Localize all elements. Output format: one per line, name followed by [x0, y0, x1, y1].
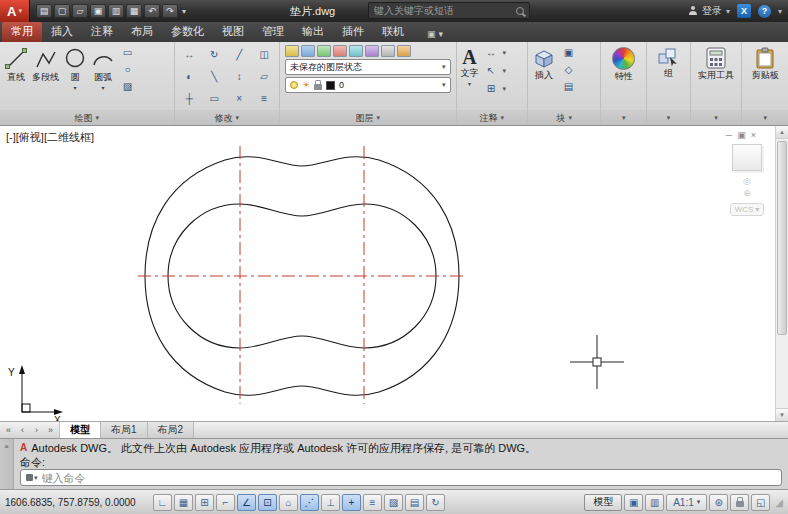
block-attributes-tool[interactable]: ▤ [559, 78, 578, 94]
save-icon[interactable]: ▣ [90, 4, 106, 18]
search-input[interactable] [374, 5, 511, 16]
workspace-switch-icon[interactable]: ⊛ [709, 494, 728, 511]
utilities-tool[interactable]: 实用工具 [697, 44, 735, 80]
qat-dropdown-icon[interactable]: ▾ [182, 7, 186, 16]
arc-tool[interactable]: 圆弧 ▾ [90, 44, 116, 91]
signin-button[interactable]: 登录 ▾ [689, 4, 730, 18]
fillet-tool[interactable]: ╲ [205, 68, 224, 84]
layer-color-swatch[interactable] [326, 81, 335, 90]
tab-parametric[interactable]: 参数化 [162, 22, 213, 42]
panel-properties-footer[interactable]: ▾ [601, 110, 646, 125]
navbar-wheel-icon[interactable]: ◎ [743, 176, 751, 186]
layer-on-icon[interactable] [290, 81, 298, 89]
dynamic-input-toggle[interactable]: + [342, 494, 361, 511]
help-search-box[interactable] [368, 2, 530, 19]
scroll-up-icon[interactable]: ▲ [776, 126, 788, 139]
transparency-toggle[interactable]: ▨ [384, 494, 403, 511]
3d-object-snap-toggle[interactable]: ⌂ [279, 494, 298, 511]
navbar-pan-icon[interactable]: ⊕ [743, 188, 751, 198]
insert-block-tool[interactable]: 插入 [531, 44, 557, 80]
tab-plugins[interactable]: 插件 [333, 22, 373, 42]
tab-layout1[interactable]: 布局1 [101, 422, 148, 438]
selection-cycling-toggle[interactable]: ↻ [426, 494, 445, 511]
panel-annotation-footer[interactable]: 注释 ▾ [457, 110, 527, 125]
last-tab-icon[interactable]: » [44, 425, 57, 435]
viewcube[interactable] [732, 144, 762, 171]
model-space-button[interactable]: 模型 [584, 494, 622, 511]
layer-tool-icon[interactable] [365, 45, 379, 57]
help-icon[interactable]: ? [758, 5, 771, 18]
rectangle-tool[interactable]: ▭ [118, 44, 137, 60]
tab-home[interactable]: 常用 [2, 22, 42, 42]
rotate-tool[interactable]: ↻ [205, 46, 224, 62]
object-snap-toggle[interactable]: ⊡ [258, 494, 277, 511]
recent-commands-icon[interactable]: ▾ [26, 474, 38, 482]
toolbar-lock-button[interactable] [730, 494, 749, 511]
vertical-scrollbar[interactable]: ▲ ▼ [775, 126, 788, 421]
leader-tool[interactable]: ↖ ▾ [482, 62, 507, 79]
copy-tool[interactable]: ◫ [255, 46, 274, 62]
close-icon[interactable]: × [4, 442, 9, 489]
line-tool[interactable]: 直线 [3, 44, 29, 82]
quick-view-drawings-icon[interactable]: ▥ [645, 494, 664, 511]
panel-utilities-footer[interactable]: ▾ [691, 110, 742, 125]
dynamic-ucs-toggle[interactable]: ⊥ [321, 494, 340, 511]
wcs-selector[interactable]: WCS ▾ [730, 203, 765, 216]
snap-mode-toggle[interactable]: ▦ [174, 494, 193, 511]
quick-properties-toggle[interactable]: ▤ [405, 494, 424, 511]
drawing-viewport[interactable]: Y X [0, 126, 788, 421]
scale-tool[interactable]: ▱ [255, 68, 274, 84]
layer-lock-icon[interactable] [314, 84, 322, 90]
annotation-scale-button[interactable]: A1:1 ▾ [666, 494, 707, 511]
object-snap-tracking-toggle[interactable]: ⋰ [300, 494, 319, 511]
text-tool[interactable]: A 文字 ▾ [460, 44, 480, 87]
scrollbar-thumb[interactable] [777, 141, 787, 335]
redo-icon[interactable]: ↷ [162, 4, 178, 18]
prev-tab-icon[interactable]: ‹ [16, 425, 29, 435]
app-menu-button[interactable]: A ▾ [0, 0, 30, 22]
exchange-apps-icon[interactable]: X [737, 4, 751, 18]
tab-layout2[interactable]: 布局2 [148, 422, 195, 438]
create-block-tool[interactable]: ▣ [559, 44, 578, 60]
edit-block-tool[interactable]: ◇ [559, 61, 578, 77]
polyline-tool[interactable]: 多段线 [31, 44, 60, 82]
tab-online[interactable]: 联机 [373, 22, 413, 42]
mirror-tool[interactable]: ◐ [180, 68, 199, 84]
properties-tool[interactable]: 特性 [611, 44, 636, 81]
infer-constraints-toggle[interactable]: ∟ [153, 494, 172, 511]
tab-model[interactable]: 模型 [60, 422, 101, 438]
plot-icon[interactable]: ▦ [126, 4, 142, 18]
ellipse-tool[interactable]: ○ [118, 61, 137, 77]
panel-clipboard-footer[interactable]: ▾ [742, 110, 788, 125]
new-file-icon[interactable]: ▢ [54, 4, 70, 18]
tab-insert[interactable]: 插入 [42, 22, 82, 42]
layer-tool-icon[interactable] [381, 45, 395, 57]
layer-tool-icon[interactable] [285, 45, 299, 57]
lineweight-toggle[interactable]: ≡ [363, 494, 382, 511]
erase-tool[interactable]: ▭ [205, 90, 224, 106]
tab-layout[interactable]: 布局 [122, 22, 162, 42]
layer-tool-icon[interactable] [317, 45, 331, 57]
panel-draw-footer[interactable]: 绘图 ▾ [0, 110, 174, 125]
dimension-tool[interactable]: ↔ ▾ [482, 44, 507, 61]
layer-thaw-icon[interactable]: ☀ [302, 80, 310, 90]
scroll-down-icon[interactable]: ▼ [776, 408, 788, 421]
tab-output[interactable]: 输出 [293, 22, 333, 42]
layer-tool-icon[interactable] [397, 45, 411, 57]
first-tab-icon[interactable]: « [2, 425, 15, 435]
trim-tool[interactable]: ╱ [230, 46, 249, 62]
coordinate-display[interactable]: 1606.6835, 757.8759, 0.0000 [5, 497, 151, 508]
open-file-icon[interactable]: ▱ [72, 4, 88, 18]
panel-groups-footer[interactable]: ▾ [647, 110, 690, 125]
ortho-mode-toggle[interactable]: ⌐ [216, 494, 235, 511]
tab-annotate[interactable]: 注释 [82, 22, 122, 42]
doc-restore-icon[interactable]: ▣ [737, 130, 746, 140]
layer-tool-icon[interactable] [349, 45, 363, 57]
quick-view-layouts-icon[interactable]: ▣ [624, 494, 643, 511]
chevron-down-icon[interactable]: ▾ [778, 7, 782, 16]
doc-minimize-icon[interactable]: ─ [726, 130, 732, 140]
stretch-tool[interactable]: ↕ [230, 68, 249, 84]
offset-tool[interactable]: ≡ [255, 90, 274, 106]
tab-manage[interactable]: 管理 [253, 22, 293, 42]
command-input-row[interactable]: ▾ [20, 469, 782, 486]
